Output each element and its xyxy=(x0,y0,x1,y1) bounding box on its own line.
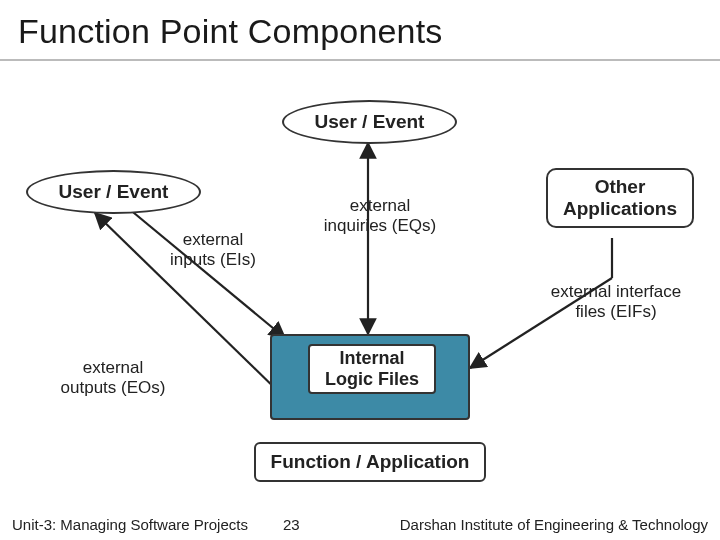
node-function-application: Function / Application xyxy=(254,442,486,482)
node-internal-logic-files: Internal Logic Files xyxy=(308,344,436,394)
footer: Unit-3: Managing Software Projects 23 Da… xyxy=(0,508,720,540)
node-user-event-left: User / Event xyxy=(26,170,201,214)
footer-unit: Unit-3: Managing Software Projects xyxy=(12,516,248,533)
diagram-stage: User / Event User / Event Other Applicat… xyxy=(0,68,720,508)
slide-title: Function Point Components xyxy=(0,0,720,61)
footer-page-number: 23 xyxy=(283,516,300,533)
label-external-interface-files: external interface files (EIFs) xyxy=(536,282,696,321)
footer-org: Darshan Institute of Engineering & Techn… xyxy=(400,516,708,533)
svg-line-1 xyxy=(128,208,285,338)
label-external-inputs: external inputs (EIs) xyxy=(158,230,268,269)
label-external-outputs: external outputs (EOs) xyxy=(48,358,178,397)
label-external-inquiries: external inquiries (EQs) xyxy=(310,196,450,235)
node-other-applications: Other Applications xyxy=(546,168,694,228)
node-user-event-top: User / Event xyxy=(282,100,457,144)
